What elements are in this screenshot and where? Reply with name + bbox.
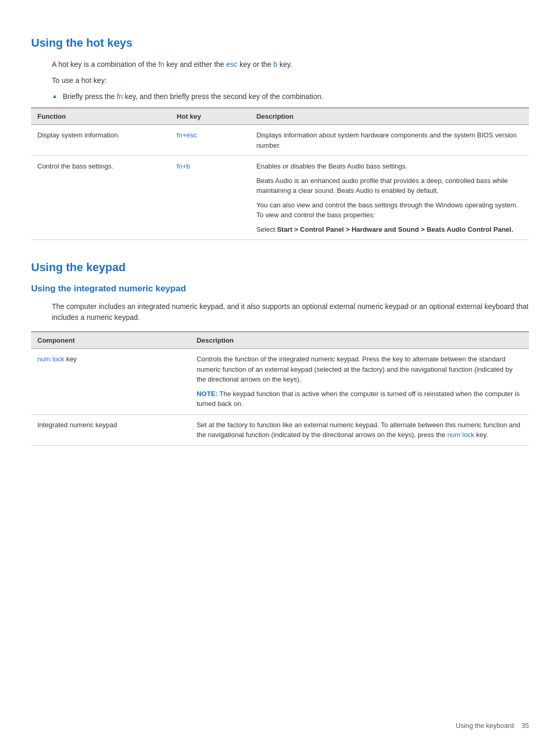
intro1-end: key. [277, 60, 292, 68]
th-hotkey: Hot key [171, 108, 250, 125]
keypad-row1-component: num lock key [31, 349, 190, 415]
row1-function: Display system information. [31, 125, 171, 156]
keypad-row2-desc: Set at the factory to function like an e… [190, 414, 529, 445]
row2-desc-line4: Select Start > Control Panel > Hardware … [256, 224, 523, 235]
keypad-row1-desc: Controls the function of the integrated … [190, 349, 529, 415]
hotkeys-table: Function Hot key Description Display sys… [31, 107, 529, 240]
fn-link-bullet: fn [117, 92, 123, 101]
esc-link: esc [226, 60, 237, 68]
fn-link-1: fn [158, 60, 164, 68]
intro1-mid2: key or the [237, 60, 273, 68]
th-component: Component [31, 332, 190, 349]
row2-desc-line3: You can also view and control the bass s… [256, 200, 523, 220]
note-label: NOTE: [197, 390, 217, 398]
numlock-suffix: key [64, 355, 77, 363]
keypad-row2-end: key. [474, 431, 488, 439]
numlock-link-2: num lock [447, 431, 474, 439]
keypad-table: Component Description num lock key Contr… [31, 331, 529, 446]
section1-intro2: To use a hot key: [52, 75, 529, 86]
table-row: num lock key Controls the function of th… [31, 349, 529, 415]
footer-page: 35 [522, 722, 529, 729]
bullet-prefix: Briefly press the [63, 92, 117, 101]
row2-desc-select-prefix: Select [256, 226, 277, 233]
intro1-mid: key and either the [164, 60, 226, 68]
section1-title: Using the hot keys [31, 36, 529, 50]
section2-intro: The computer includes an integrated nume… [52, 301, 529, 323]
keypad-row2-component: Integrated numeric keypad [31, 414, 190, 445]
row2-description: Enables or disables the Beats Audio bass… [250, 156, 529, 240]
row2-function: Control the bass settings. [31, 156, 171, 240]
th-desc2: Description [190, 332, 529, 349]
row2-hotkey: fn+b [171, 156, 250, 240]
row2-desc-line2: Beats Audio is an enhanced audio profile… [256, 176, 523, 196]
row1-hotkey: fn+esc [171, 125, 250, 156]
keypad-row1-main: Controls the function of the integrated … [197, 354, 523, 385]
numlock-link: num lock [37, 355, 64, 363]
section1-intro1: A hot key is a combination of the fn key… [52, 59, 529, 70]
footer-text: Using the keyboard [456, 722, 514, 729]
bullet-triangle-icon: ▲ [52, 93, 58, 99]
bullet-item-1: ▲ Briefly press the fn key, and then bri… [52, 91, 529, 102]
section2-title: Using the keypad [31, 261, 529, 274]
row1-description: Displays information about system hardwa… [250, 125, 529, 156]
section2-subtitle: Using the integrated numeric keypad [31, 284, 529, 294]
th-function: Function [31, 108, 171, 125]
row2-desc-bold: Start > Control Panel > Hardware and Sou… [277, 226, 513, 233]
page-footer: Using the keyboard 35 [456, 722, 529, 729]
table-row: Integrated numeric keypad Set at the fac… [31, 414, 529, 445]
table-row: Control the bass settings. fn+b Enables … [31, 156, 529, 240]
row2-desc-line1: Enables or disables the Beats Audio bass… [256, 161, 523, 172]
table-row: Display system information. fn+esc Displ… [31, 125, 529, 156]
b-link: b [273, 60, 277, 68]
intro1-text: A hot key is a combination of the [52, 60, 158, 68]
th-description: Description [250, 108, 529, 125]
bullet-content: Briefly press the fn key, and then brief… [63, 91, 323, 102]
note-text: The keypad function that is active when … [197, 390, 520, 408]
keypad-row1-note: NOTE: The keypad function that is active… [197, 389, 523, 409]
bullet-text: key, and then briefly press the second k… [123, 92, 324, 101]
